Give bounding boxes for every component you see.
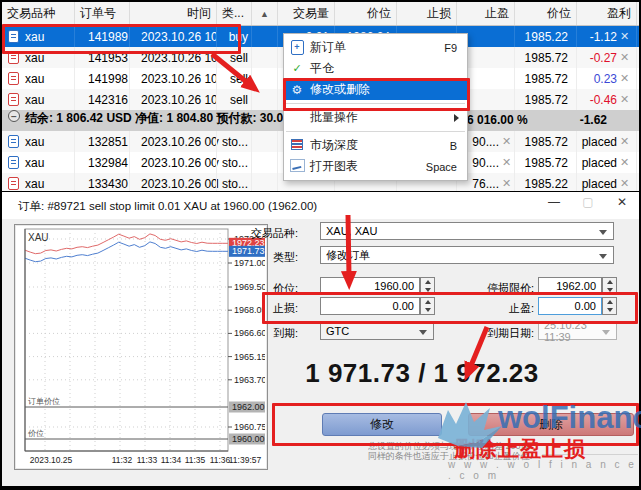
time-cell: 2023.10.26 00... — [130, 131, 217, 152]
symbol-cell: xau — [2, 173, 75, 191]
annotation-box-modify-menu-item — [283, 78, 470, 111]
profit-cell: -1.12✕ — [577, 26, 637, 47]
time-cell: 2023.10.26 00... — [130, 152, 217, 173]
sort-cell — [252, 26, 278, 47]
close-order-icon[interactable]: ✕ — [617, 135, 632, 148]
current-price-cell: 1985.72 — [515, 89, 577, 110]
menu-item-平仓[interactable]: ✓平仓 — [284, 58, 467, 79]
order-number-cell: 141998 — [75, 68, 130, 89]
column-header[interactable]: 价位 — [515, 2, 577, 25]
profit-cell: placed✕ — [577, 152, 637, 173]
expiry-combo[interactable]: GTC — [320, 322, 434, 340]
sort-cell — [252, 131, 278, 152]
type-cell: sell sto... — [217, 173, 252, 191]
bid-ask-quote: 1 971.73 / 1 972.23 — [272, 358, 572, 389]
close-order-icon[interactable]: ✕ — [617, 177, 632, 190]
current-price-cell: 1985.22 — [515, 173, 577, 191]
column-header[interactable]: 止盈 — [457, 2, 515, 25]
column-header[interactable]: 时间 — [130, 2, 217, 25]
expiry-date-label: 到期日期: — [438, 326, 534, 341]
column-header[interactable]: 盈利 — [577, 2, 637, 25]
time-tick: 11:36 — [210, 455, 231, 465]
expiry-date-field: 25.10.23 11:39 — [538, 322, 617, 340]
profit-cell: placed✕ — [577, 131, 637, 152]
sort-cell — [252, 47, 278, 68]
type-label: 类型: — [202, 250, 298, 265]
level-label: 订单价位 — [28, 397, 60, 406]
chevron-down-icon — [599, 254, 607, 259]
time-cell: 2023.10.26 10... — [130, 89, 217, 110]
close-order-icon[interactable]: ✕ — [617, 156, 632, 169]
remove-tp-icon[interactable]: ✕ — [499, 177, 514, 190]
menu-item-打开图表[interactable]: 打开图表Space — [284, 156, 467, 177]
time-tick: 11:39:57 — [229, 455, 262, 465]
current-price-cell: 1985.22 — [515, 26, 577, 47]
current-price-cell: 1985.72 — [515, 47, 577, 68]
symbol-cell: xau — [2, 89, 75, 110]
close-order-icon[interactable]: ✕ — [617, 51, 632, 64]
remove-tp-icon[interactable]: ✕ — [499, 135, 514, 148]
sell-order-icon — [8, 93, 19, 106]
annotation-box-sl-tp-row — [262, 292, 638, 324]
balance-text: 结余: 1 806.42 USD 净值: 1 804.80 预付款: 30.00 — [25, 110, 290, 131]
column-header[interactable]: 订单号 — [75, 2, 130, 25]
svg-text:1963.70: 1963.70 — [234, 375, 265, 385]
minimize-icon[interactable]: — — [545, 195, 563, 209]
symbol-combo[interactable]: XAU, XAU — [320, 222, 614, 240]
sort-cell — [252, 152, 278, 173]
sell-order-icon — [8, 177, 19, 190]
close-order-icon[interactable]: ✕ — [617, 72, 632, 85]
buy-order-icon — [8, 135, 19, 148]
time-tick: 11:34 — [161, 455, 182, 465]
dialog-titlebar[interactable]: 订单: #89721 sell stop limit 0.01 XAU at 1… — [2, 192, 639, 219]
current-price-cell: 1985.72 — [515, 152, 577, 173]
symbol-cell: xau — [2, 131, 75, 152]
plot-area — [25, 229, 228, 451]
column-header[interactable]: 价位 — [335, 2, 397, 25]
symbol-label: 交易品种: — [202, 226, 298, 241]
current-price-cell: 1985.72 — [515, 68, 577, 89]
time-tick: 11:35 — [185, 455, 206, 465]
column-header[interactable]: 止损 — [397, 2, 457, 25]
svg-text:1960.75: 1960.75 — [234, 422, 265, 432]
menu-item-新订单[interactable]: +新订单F9 — [284, 37, 467, 58]
column-header[interactable]: 交易品种 — [2, 2, 75, 25]
margin-level-text: 6 016.00 % — [467, 113, 528, 127]
collapse-icon[interactable]: − — [8, 110, 20, 122]
time-cell: 2023.10.26 10... — [130, 68, 217, 89]
type-cell: buy sto... — [217, 131, 252, 152]
menu-separator — [286, 131, 465, 132]
time-tick: 2023.10.25 — [30, 455, 73, 465]
type-cell: sell — [217, 68, 252, 89]
profit-cell: placed✕ — [577, 173, 637, 191]
profit-cell: -0.27✕ — [577, 47, 637, 68]
current-price-cell: 1985.72 — [515, 131, 577, 152]
type-cell: buy sto... — [217, 152, 252, 173]
order-number-cell: 132984 — [75, 152, 130, 173]
symbol-cell: xau — [2, 68, 75, 89]
remove-tp-icon[interactable]: ✕ — [499, 156, 514, 169]
time-cell: 2023.10.26 00... — [130, 173, 217, 191]
column-header[interactable]: 类... — [217, 2, 252, 25]
order-type-combo[interactable]: 修改订单 — [320, 246, 614, 264]
close-order-icon[interactable]: ✕ — [617, 93, 632, 106]
symbol-cell: xau — [2, 152, 75, 173]
expiry-label: 到期: — [232, 326, 298, 341]
column-header[interactable]: 交易量 — [278, 2, 335, 25]
check-icon: ✓ — [292, 62, 301, 74]
close-icon[interactable]: ✕ — [613, 195, 631, 209]
annotation-box-selected-row — [2, 24, 241, 54]
close-order-icon[interactable]: ✕ — [617, 30, 632, 43]
sort-indicator-icon[interactable]: ▲ — [252, 2, 278, 25]
sort-cell — [252, 68, 278, 89]
market-depth-icon — [291, 139, 303, 150]
svg-text:1965.15: 1965.15 — [234, 352, 265, 362]
submenu-arrow-icon — [454, 114, 459, 122]
svg-text:1960.00: 1960.00 — [232, 434, 265, 444]
order-number-cell: 133430 — [75, 173, 130, 191]
maximize-icon[interactable]: ▢ — [579, 195, 597, 209]
order-number-cell: 142316 — [75, 89, 130, 110]
profit-cell: -0.46✕ — [577, 89, 637, 110]
menu-item-市场深度[interactable]: 市场深度B — [284, 135, 467, 156]
new-order-icon: + — [291, 40, 304, 55]
